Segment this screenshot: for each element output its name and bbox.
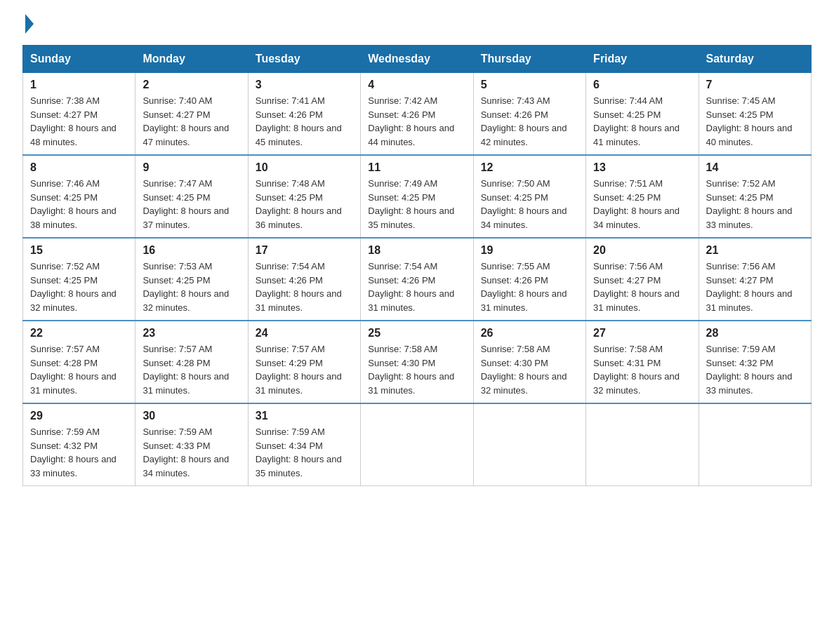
day-info: Sunrise: 7:40 AMSunset: 4:27 PMDaylight:… bbox=[143, 94, 240, 149]
day-info: Sunrise: 7:59 AMSunset: 4:34 PMDaylight:… bbox=[256, 425, 353, 480]
calendar-cell: 18Sunrise: 7:54 AMSunset: 4:26 PMDayligh… bbox=[361, 238, 473, 321]
day-info: Sunrise: 7:52 AMSunset: 4:25 PMDaylight:… bbox=[30, 260, 128, 314]
calendar-cell: 27Sunrise: 7:58 AMSunset: 4:31 PMDayligh… bbox=[586, 321, 699, 403]
calendar-cell: 4Sunrise: 7:42 AMSunset: 4:26 PMDaylight… bbox=[361, 73, 473, 156]
day-number: 19 bbox=[481, 244, 578, 257]
calendar-cell: 14Sunrise: 7:52 AMSunset: 4:25 PMDayligh… bbox=[699, 155, 811, 238]
logo-arrow-icon bbox=[25, 14, 34, 34]
calendar-header-saturday: Saturday bbox=[699, 46, 811, 73]
calendar-cell: 17Sunrise: 7:54 AMSunset: 4:26 PMDayligh… bbox=[248, 238, 360, 321]
calendar-header-sunday: Sunday bbox=[23, 46, 135, 73]
day-info: Sunrise: 7:46 AMSunset: 4:25 PMDaylight:… bbox=[30, 177, 128, 232]
calendar-week-row: 8Sunrise: 7:46 AMSunset: 4:25 PMDaylight… bbox=[23, 155, 812, 238]
day-number: 11 bbox=[368, 161, 465, 174]
page-header bbox=[22, 17, 812, 31]
day-number: 27 bbox=[593, 327, 691, 340]
calendar-week-row: 1Sunrise: 7:38 AMSunset: 4:27 PMDaylight… bbox=[23, 73, 812, 156]
logo bbox=[22, 17, 34, 31]
day-number: 25 bbox=[368, 327, 465, 340]
day-info: Sunrise: 7:59 AMSunset: 4:32 PMDaylight:… bbox=[706, 342, 804, 397]
day-number: 21 bbox=[706, 244, 804, 257]
day-number: 13 bbox=[593, 161, 691, 174]
calendar-cell bbox=[361, 403, 473, 486]
calendar-cell: 22Sunrise: 7:57 AMSunset: 4:28 PMDayligh… bbox=[23, 321, 135, 403]
day-number: 29 bbox=[30, 410, 128, 422]
day-number: 10 bbox=[256, 161, 353, 174]
day-info: Sunrise: 7:53 AMSunset: 4:25 PMDaylight:… bbox=[143, 260, 240, 314]
calendar-cell: 8Sunrise: 7:46 AMSunset: 4:25 PMDaylight… bbox=[23, 155, 135, 238]
calendar-cell: 28Sunrise: 7:59 AMSunset: 4:32 PMDayligh… bbox=[699, 321, 811, 403]
day-info: Sunrise: 7:56 AMSunset: 4:27 PMDaylight:… bbox=[706, 260, 804, 314]
calendar-cell: 12Sunrise: 7:50 AMSunset: 4:25 PMDayligh… bbox=[473, 155, 585, 238]
day-info: Sunrise: 7:59 AMSunset: 4:32 PMDaylight:… bbox=[30, 425, 128, 480]
calendar-cell bbox=[473, 403, 585, 486]
calendar-cell: 7Sunrise: 7:45 AMSunset: 4:25 PMDaylight… bbox=[699, 73, 811, 156]
calendar-week-row: 15Sunrise: 7:52 AMSunset: 4:25 PMDayligh… bbox=[23, 238, 812, 321]
calendar-cell: 15Sunrise: 7:52 AMSunset: 4:25 PMDayligh… bbox=[23, 238, 135, 321]
day-number: 26 bbox=[481, 327, 578, 340]
calendar-week-row: 29Sunrise: 7:59 AMSunset: 4:32 PMDayligh… bbox=[23, 403, 812, 486]
day-number: 7 bbox=[706, 79, 804, 91]
day-number: 5 bbox=[481, 79, 578, 91]
calendar-cell: 24Sunrise: 7:57 AMSunset: 4:29 PMDayligh… bbox=[248, 321, 360, 403]
day-number: 16 bbox=[143, 244, 240, 257]
calendar-cell bbox=[586, 403, 699, 486]
calendar-cell: 31Sunrise: 7:59 AMSunset: 4:34 PMDayligh… bbox=[248, 403, 360, 486]
day-info: Sunrise: 7:50 AMSunset: 4:25 PMDaylight:… bbox=[481, 177, 578, 232]
calendar-cell: 19Sunrise: 7:55 AMSunset: 4:26 PMDayligh… bbox=[473, 238, 585, 321]
day-number: 22 bbox=[30, 327, 128, 340]
calendar-week-row: 22Sunrise: 7:57 AMSunset: 4:28 PMDayligh… bbox=[23, 321, 812, 403]
calendar-cell: 13Sunrise: 7:51 AMSunset: 4:25 PMDayligh… bbox=[586, 155, 699, 238]
day-info: Sunrise: 7:58 AMSunset: 4:30 PMDaylight:… bbox=[368, 342, 465, 397]
day-number: 6 bbox=[593, 79, 691, 91]
calendar-cell: 25Sunrise: 7:58 AMSunset: 4:30 PMDayligh… bbox=[361, 321, 473, 403]
calendar-cell: 1Sunrise: 7:38 AMSunset: 4:27 PMDaylight… bbox=[23, 73, 135, 156]
day-info: Sunrise: 7:43 AMSunset: 4:26 PMDaylight:… bbox=[481, 94, 578, 149]
calendar-cell: 2Sunrise: 7:40 AMSunset: 4:27 PMDaylight… bbox=[135, 73, 248, 156]
day-info: Sunrise: 7:41 AMSunset: 4:26 PMDaylight:… bbox=[256, 94, 353, 149]
day-number: 30 bbox=[143, 410, 240, 422]
day-number: 12 bbox=[481, 161, 578, 174]
day-number: 20 bbox=[593, 244, 691, 257]
day-number: 1 bbox=[30, 79, 128, 91]
day-number: 2 bbox=[143, 79, 240, 91]
day-info: Sunrise: 7:51 AMSunset: 4:25 PMDaylight:… bbox=[593, 177, 691, 232]
day-info: Sunrise: 7:56 AMSunset: 4:27 PMDaylight:… bbox=[593, 260, 691, 314]
day-number: 18 bbox=[368, 244, 465, 257]
day-info: Sunrise: 7:57 AMSunset: 4:28 PMDaylight:… bbox=[30, 342, 128, 397]
day-number: 15 bbox=[30, 244, 128, 257]
calendar-cell: 26Sunrise: 7:58 AMSunset: 4:30 PMDayligh… bbox=[473, 321, 585, 403]
calendar-header-tuesday: Tuesday bbox=[248, 46, 360, 73]
day-number: 17 bbox=[256, 244, 353, 257]
calendar-cell: 21Sunrise: 7:56 AMSunset: 4:27 PMDayligh… bbox=[699, 238, 811, 321]
calendar-cell: 20Sunrise: 7:56 AMSunset: 4:27 PMDayligh… bbox=[586, 238, 699, 321]
day-info: Sunrise: 7:54 AMSunset: 4:26 PMDaylight:… bbox=[256, 260, 353, 314]
day-info: Sunrise: 7:55 AMSunset: 4:26 PMDaylight:… bbox=[481, 260, 578, 314]
day-number: 28 bbox=[706, 327, 804, 340]
calendar-cell: 29Sunrise: 7:59 AMSunset: 4:32 PMDayligh… bbox=[23, 403, 135, 486]
day-info: Sunrise: 7:47 AMSunset: 4:25 PMDaylight:… bbox=[143, 177, 240, 232]
day-info: Sunrise: 7:54 AMSunset: 4:26 PMDaylight:… bbox=[368, 260, 465, 314]
day-number: 23 bbox=[143, 327, 240, 340]
day-info: Sunrise: 7:44 AMSunset: 4:25 PMDaylight:… bbox=[593, 94, 691, 149]
day-info: Sunrise: 7:49 AMSunset: 4:25 PMDaylight:… bbox=[368, 177, 465, 232]
calendar-header-row: SundayMondayTuesdayWednesdayThursdayFrid… bbox=[23, 46, 812, 73]
day-number: 14 bbox=[706, 161, 804, 174]
day-number: 3 bbox=[256, 79, 353, 91]
day-info: Sunrise: 7:58 AMSunset: 4:30 PMDaylight:… bbox=[481, 342, 578, 397]
calendar-cell: 9Sunrise: 7:47 AMSunset: 4:25 PMDaylight… bbox=[135, 155, 248, 238]
day-number: 24 bbox=[256, 327, 353, 340]
calendar-table: SundayMondayTuesdayWednesdayThursdayFrid… bbox=[22, 45, 812, 486]
day-info: Sunrise: 7:59 AMSunset: 4:33 PMDaylight:… bbox=[143, 425, 240, 480]
day-info: Sunrise: 7:58 AMSunset: 4:31 PMDaylight:… bbox=[593, 342, 691, 397]
day-info: Sunrise: 7:45 AMSunset: 4:25 PMDaylight:… bbox=[706, 94, 804, 149]
calendar-header-wednesday: Wednesday bbox=[361, 46, 473, 73]
calendar-cell: 10Sunrise: 7:48 AMSunset: 4:25 PMDayligh… bbox=[248, 155, 360, 238]
calendar-header-thursday: Thursday bbox=[473, 46, 585, 73]
day-number: 9 bbox=[143, 161, 240, 174]
day-info: Sunrise: 7:57 AMSunset: 4:28 PMDaylight:… bbox=[143, 342, 240, 397]
calendar-header-friday: Friday bbox=[586, 46, 699, 73]
day-info: Sunrise: 7:38 AMSunset: 4:27 PMDaylight:… bbox=[30, 94, 128, 149]
day-info: Sunrise: 7:57 AMSunset: 4:29 PMDaylight:… bbox=[256, 342, 353, 397]
calendar-cell bbox=[699, 403, 811, 486]
